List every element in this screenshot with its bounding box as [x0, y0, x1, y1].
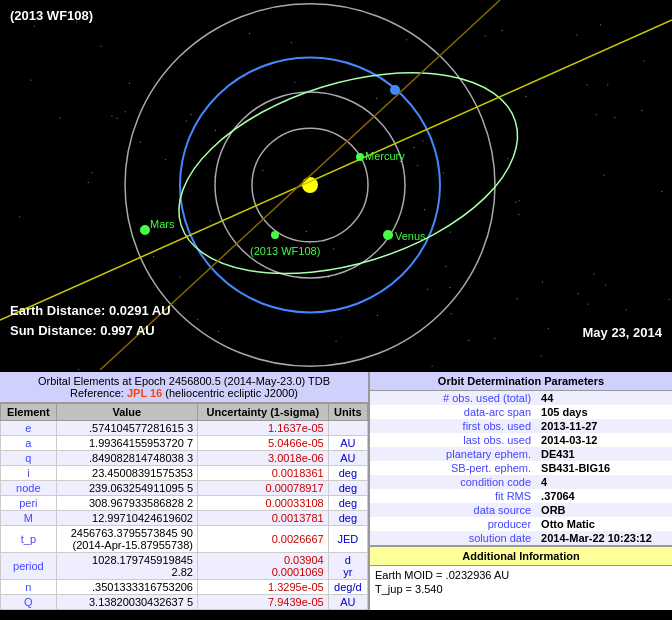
param-row: fit RMS.37064 — [370, 489, 672, 503]
param-row: # obs. used (total)44 — [370, 391, 672, 405]
elem-name: i — [1, 466, 57, 481]
bottom-panel: Orbital Elements at Epoch 2456800.5 (201… — [0, 370, 672, 610]
elem-uncertainty: 1.3295e-05 — [198, 580, 329, 595]
elem-uncertainty: 3.0018e-06 — [198, 451, 329, 466]
param-label: planetary ephem. — [370, 447, 536, 461]
param-row: producerOtto Matic — [370, 517, 672, 531]
jpl-link[interactable]: JPL 16 — [127, 387, 162, 399]
elem-unit: deg — [328, 511, 367, 526]
elem-uncertainty: 0.0013781 — [198, 511, 329, 526]
elem-value: 3.13820030432637 5 — [56, 595, 197, 610]
elem-uncertainty: 1.1637e-05 — [198, 421, 329, 436]
table-row: e.574104577281615 31.1637e-05 — [1, 421, 368, 436]
elem-name: a — [1, 436, 57, 451]
orbit-det-header: Orbit Determination Parameters — [370, 372, 672, 391]
elem-value: .849082814748038 3 — [56, 451, 197, 466]
elem-uncertainty: 0.0018361 — [198, 466, 329, 481]
param-value: 4 — [536, 475, 672, 489]
col-element: Element — [1, 404, 57, 421]
param-value: 2014-Mar-22 10:23:12 — [536, 531, 672, 545]
solar-system-visualization: (2013 WF108) Earth Distance: 0.0291 AU S… — [0, 0, 672, 370]
param-value: 44 — [536, 391, 672, 405]
table-row: node239.063254911095 50.00078917deg — [1, 481, 368, 496]
param-label: SB-pert. ephem. — [370, 461, 536, 475]
table-row: period1028.1797459198452.820.039040.0001… — [1, 553, 368, 580]
orbital-table-header: Orbital Elements at Epoch 2456800.5 (201… — [0, 372, 368, 403]
date-label: May 23, 2014 — [582, 325, 662, 340]
elem-value: 239.063254911095 5 — [56, 481, 197, 496]
param-label: last obs. used — [370, 433, 536, 447]
param-value: SB431-BIG16 — [536, 461, 672, 475]
elem-uncertainty: 0.00078917 — [198, 481, 329, 496]
table-row: a1.99364155953720 75.0466e-05AU — [1, 436, 368, 451]
param-value: 2014-03-12 — [536, 433, 672, 447]
additional-info-line-1: Earth MOID = .0232936 AU — [375, 568, 667, 582]
elem-uncertainty: 0.00033108 — [198, 496, 329, 511]
param-label: data source — [370, 503, 536, 517]
param-row: condition code4 — [370, 475, 672, 489]
elem-value: .3501333316753206 — [56, 580, 197, 595]
orbital-elements-table: Element Value Uncertainty (1-sigma) Unit… — [0, 403, 368, 610]
param-row: data sourceORB — [370, 503, 672, 517]
table-row: Q3.13820030432637 57.9439e-05AU — [1, 595, 368, 610]
param-row: data-arc span105 days — [370, 405, 672, 419]
elem-name: q — [1, 451, 57, 466]
orbital-table-section: Orbital Elements at Epoch 2456800.5 (201… — [0, 372, 370, 610]
table-row: t_p2456763.3795573845 90(2014-Apr-15.879… — [1, 526, 368, 553]
additional-info-body: Earth MOID = .0232936 AU T_jup = 3.540 — [370, 566, 672, 598]
elem-unit: JED — [328, 526, 367, 553]
elem-unit: deg — [328, 481, 367, 496]
elem-name: node — [1, 481, 57, 496]
epoch-header: Orbital Elements at Epoch 2456800.5 (201… — [4, 375, 364, 387]
orbit-determination-section: Orbit Determination Parameters # obs. us… — [370, 372, 672, 610]
distance-info: Earth Distance: 0.0291 AU Sun Distance: … — [10, 301, 171, 340]
elem-value: 1028.1797459198452.82 — [56, 553, 197, 580]
elem-value: 23.45008391575353 — [56, 466, 197, 481]
param-value: Otto Matic — [536, 517, 672, 531]
elem-uncertainty: 5.0466e-05 — [198, 436, 329, 451]
additional-info-header: Additional Information — [370, 545, 672, 566]
elem-value: .574104577281615 3 — [56, 421, 197, 436]
param-row: last obs. used2014-03-12 — [370, 433, 672, 447]
param-value: ORB — [536, 503, 672, 517]
col-uncertainty: Uncertainty (1-sigma) — [198, 404, 329, 421]
elem-unit: AU — [328, 451, 367, 466]
elem-name: t_p — [1, 526, 57, 553]
param-label: data-arc span — [370, 405, 536, 419]
elem-unit: AU — [328, 595, 367, 610]
param-value: 105 days — [536, 405, 672, 419]
elem-value: 308.967933586828 2 — [56, 496, 197, 511]
object-title: (2013 WF108) — [10, 8, 93, 23]
reference-line: Reference: JPL 16 (heliocentric ecliptic… — [4, 387, 364, 399]
elem-unit: deg/d — [328, 580, 367, 595]
param-value: .37064 — [536, 489, 672, 503]
table-row: i23.450083915753530.0018361deg — [1, 466, 368, 481]
param-value: DE431 — [536, 447, 672, 461]
param-label: condition code — [370, 475, 536, 489]
elem-unit: deg — [328, 466, 367, 481]
param-row: planetary ephem.DE431 — [370, 447, 672, 461]
elem-uncertainty: 0.039040.0001069 — [198, 553, 329, 580]
elem-name: e — [1, 421, 57, 436]
param-row: SB-pert. ephem.SB431-BIG16 — [370, 461, 672, 475]
param-label: # obs. used (total) — [370, 391, 536, 405]
elem-uncertainty: 0.0026667 — [198, 526, 329, 553]
elem-unit — [328, 421, 367, 436]
param-label: fit RMS — [370, 489, 536, 503]
table-header-row: Element Value Uncertainty (1-sigma) Unit… — [1, 404, 368, 421]
elem-name: Q — [1, 595, 57, 610]
param-row: first obs. used2013-11-27 — [370, 419, 672, 433]
elem-unit: dyr — [328, 553, 367, 580]
sun-distance: Sun Distance: 0.997 AU — [10, 321, 171, 341]
param-value: 2013-11-27 — [536, 419, 672, 433]
table-row: n.35013333167532061.3295e-05deg/d — [1, 580, 368, 595]
elem-value: 2456763.3795573845 90(2014-Apr-15.879557… — [56, 526, 197, 553]
param-label: solution date — [370, 531, 536, 545]
col-units: Units — [328, 404, 367, 421]
table-row: q.849082814748038 33.0018e-06AU — [1, 451, 368, 466]
param-row: solution date2014-Mar-22 10:23:12 — [370, 531, 672, 545]
additional-info-line-2: T_jup = 3.540 — [375, 582, 667, 596]
param-label: producer — [370, 517, 536, 531]
earth-distance: Earth Distance: 0.0291 AU — [10, 301, 171, 321]
elem-uncertainty: 7.9439e-05 — [198, 595, 329, 610]
